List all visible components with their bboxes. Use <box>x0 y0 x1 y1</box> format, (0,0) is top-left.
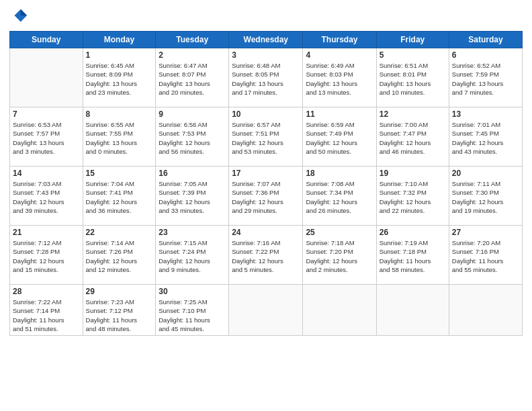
day-info: Sunrise: 6:45 AM Sunset: 8:09 PM Dayligh… <box>86 61 153 97</box>
day-number: 2 <box>159 50 226 60</box>
calendar-cell: 15Sunrise: 7:04 AM Sunset: 7:41 PM Dayli… <box>83 167 156 226</box>
day-number: 11 <box>306 109 373 119</box>
day-info: Sunrise: 6:51 AM Sunset: 8:01 PM Dayligh… <box>380 61 446 97</box>
day-info: Sunrise: 6:55 AM Sunset: 7:55 PM Dayligh… <box>86 120 153 156</box>
week-row-1: 7Sunrise: 6:53 AM Sunset: 7:57 PM Daylig… <box>10 107 523 167</box>
day-number: 22 <box>86 228 153 237</box>
day-info: Sunrise: 6:47 AM Sunset: 8:07 PM Dayligh… <box>159 61 226 97</box>
calendar-cell: 5Sunrise: 6:51 AM Sunset: 8:01 PM Daylig… <box>376 48 449 107</box>
calendar-cell: 28Sunrise: 7:22 AM Sunset: 7:14 PM Dayli… <box>10 285 83 336</box>
calendar-cell: 3Sunrise: 6:48 AM Sunset: 8:05 PM Daylig… <box>229 48 303 107</box>
day-number: 27 <box>452 228 519 237</box>
calendar-cell: 20Sunrise: 7:11 AM Sunset: 7:30 PM Dayli… <box>449 167 522 226</box>
day-info: Sunrise: 7:14 AM Sunset: 7:26 PM Dayligh… <box>86 238 153 274</box>
day-header-monday: Monday <box>83 32 156 48</box>
day-number: 13 <box>452 109 519 119</box>
calendar-cell: 4Sunrise: 6:49 AM Sunset: 8:03 PM Daylig… <box>303 48 376 107</box>
header-row: SundayMondayTuesdayWednesdayThursdayFrid… <box>10 32 523 48</box>
calendar-cell: 27Sunrise: 7:20 AM Sunset: 7:16 PM Dayli… <box>449 226 522 285</box>
week-row-4: 28Sunrise: 7:22 AM Sunset: 7:14 PM Dayli… <box>10 285 523 336</box>
day-info: Sunrise: 7:10 AM Sunset: 7:32 PM Dayligh… <box>380 179 446 215</box>
day-number: 6 <box>452 50 519 60</box>
day-info: Sunrise: 7:04 AM Sunset: 7:41 PM Dayligh… <box>86 179 153 215</box>
calendar-cell: 2Sunrise: 6:47 AM Sunset: 8:07 PM Daylig… <box>156 48 229 107</box>
day-info: Sunrise: 7:23 AM Sunset: 7:12 PM Dayligh… <box>86 298 153 333</box>
calendar-cell: 13Sunrise: 7:01 AM Sunset: 7:45 PM Dayli… <box>449 107 522 167</box>
calendar-cell <box>449 285 522 336</box>
logo-icon <box>9 7 28 26</box>
day-info: Sunrise: 6:57 AM Sunset: 7:51 PM Dayligh… <box>232 120 300 156</box>
day-number: 20 <box>452 169 519 178</box>
calendar-cell: 26Sunrise: 7:19 AM Sunset: 7:18 PM Dayli… <box>376 226 449 285</box>
day-info: Sunrise: 7:19 AM Sunset: 7:18 PM Dayligh… <box>380 238 446 274</box>
calendar-cell: 14Sunrise: 7:03 AM Sunset: 7:43 PM Dayli… <box>10 167 83 226</box>
calendar-cell: 17Sunrise: 7:07 AM Sunset: 7:36 PM Dayli… <box>229 167 303 226</box>
day-header-saturday: Saturday <box>449 32 522 48</box>
week-row-2: 14Sunrise: 7:03 AM Sunset: 7:43 PM Dayli… <box>10 167 523 226</box>
calendar-cell <box>229 285 303 336</box>
day-info: Sunrise: 7:16 AM Sunset: 7:22 PM Dayligh… <box>232 238 300 274</box>
day-number: 16 <box>159 169 226 178</box>
calendar-cell: 29Sunrise: 7:23 AM Sunset: 7:12 PM Dayli… <box>83 285 156 336</box>
day-info: Sunrise: 7:11 AM Sunset: 7:30 PM Dayligh… <box>452 179 519 215</box>
day-number: 23 <box>159 228 226 237</box>
week-row-3: 21Sunrise: 7:12 AM Sunset: 7:28 PM Dayli… <box>10 226 523 285</box>
day-info: Sunrise: 7:22 AM Sunset: 7:14 PM Dayligh… <box>13 298 80 333</box>
day-info: Sunrise: 7:08 AM Sunset: 7:34 PM Dayligh… <box>306 179 373 215</box>
calendar-cell: 10Sunrise: 6:57 AM Sunset: 7:51 PM Dayli… <box>229 107 303 167</box>
day-number: 14 <box>13 169 80 178</box>
calendar-cell <box>376 285 449 336</box>
day-info: Sunrise: 7:12 AM Sunset: 7:28 PM Dayligh… <box>13 238 80 274</box>
day-info: Sunrise: 6:49 AM Sunset: 8:03 PM Dayligh… <box>306 61 373 97</box>
day-number: 8 <box>86 109 153 119</box>
day-number: 3 <box>232 50 300 60</box>
day-number: 12 <box>380 109 446 119</box>
day-header-friday: Friday <box>376 32 449 48</box>
calendar-cell: 23Sunrise: 7:15 AM Sunset: 7:24 PM Dayli… <box>156 226 229 285</box>
calendar-cell <box>303 285 376 336</box>
calendar-cell: 24Sunrise: 7:16 AM Sunset: 7:22 PM Dayli… <box>229 226 303 285</box>
day-info: Sunrise: 7:15 AM Sunset: 7:24 PM Dayligh… <box>159 238 226 274</box>
calendar-cell: 12Sunrise: 7:00 AM Sunset: 7:47 PM Dayli… <box>376 107 449 167</box>
day-number: 5 <box>380 50 446 60</box>
calendar-cell: 21Sunrise: 7:12 AM Sunset: 7:28 PM Dayli… <box>10 226 83 285</box>
day-info: Sunrise: 6:48 AM Sunset: 8:05 PM Dayligh… <box>232 61 300 97</box>
day-info: Sunrise: 7:18 AM Sunset: 7:20 PM Dayligh… <box>306 238 373 274</box>
day-info: Sunrise: 7:01 AM Sunset: 7:45 PM Dayligh… <box>452 120 519 156</box>
week-row-0: 1Sunrise: 6:45 AM Sunset: 8:09 PM Daylig… <box>10 48 523 107</box>
day-info: Sunrise: 6:52 AM Sunset: 7:59 PM Dayligh… <box>452 61 519 97</box>
day-info: Sunrise: 7:00 AM Sunset: 7:47 PM Dayligh… <box>380 120 446 156</box>
day-number: 26 <box>380 228 446 237</box>
day-header-sunday: Sunday <box>10 32 83 48</box>
calendar-cell: 11Sunrise: 6:59 AM Sunset: 7:49 PM Dayli… <box>303 107 376 167</box>
calendar-cell <box>10 48 83 107</box>
day-info: Sunrise: 6:56 AM Sunset: 7:53 PM Dayligh… <box>159 120 226 156</box>
calendar-cell: 18Sunrise: 7:08 AM Sunset: 7:34 PM Dayli… <box>303 167 376 226</box>
calendar-cell: 9Sunrise: 6:56 AM Sunset: 7:53 PM Daylig… <box>156 107 229 167</box>
calendar-cell: 25Sunrise: 7:18 AM Sunset: 7:20 PM Dayli… <box>303 226 376 285</box>
day-header-thursday: Thursday <box>303 32 376 48</box>
calendar-cell: 30Sunrise: 7:25 AM Sunset: 7:10 PM Dayli… <box>156 285 229 336</box>
header <box>9 7 523 26</box>
day-number: 17 <box>232 169 300 178</box>
day-number: 30 <box>159 287 226 296</box>
day-info: Sunrise: 7:05 AM Sunset: 7:39 PM Dayligh… <box>159 179 226 215</box>
day-info: Sunrise: 6:59 AM Sunset: 7:49 PM Dayligh… <box>306 120 373 156</box>
day-number: 4 <box>306 50 373 60</box>
day-info: Sunrise: 7:20 AM Sunset: 7:16 PM Dayligh… <box>452 238 519 274</box>
day-info: Sunrise: 7:07 AM Sunset: 7:36 PM Dayligh… <box>232 179 300 215</box>
day-number: 21 <box>13 228 80 237</box>
day-number: 15 <box>86 169 153 178</box>
day-header-tuesday: Tuesday <box>156 32 229 48</box>
calendar-cell: 22Sunrise: 7:14 AM Sunset: 7:26 PM Dayli… <box>83 226 156 285</box>
calendar-table: SundayMondayTuesdayWednesdayThursdayFrid… <box>9 31 523 336</box>
calendar-cell: 8Sunrise: 6:55 AM Sunset: 7:55 PM Daylig… <box>83 107 156 167</box>
day-info: Sunrise: 7:03 AM Sunset: 7:43 PM Dayligh… <box>13 179 80 215</box>
page: SundayMondayTuesdayWednesdayThursdayFrid… <box>0 0 532 411</box>
day-number: 24 <box>232 228 300 237</box>
calendar-cell: 16Sunrise: 7:05 AM Sunset: 7:39 PM Dayli… <box>156 167 229 226</box>
day-info: Sunrise: 6:53 AM Sunset: 7:57 PM Dayligh… <box>13 120 80 156</box>
day-number: 29 <box>86 287 153 296</box>
day-number: 28 <box>13 287 80 296</box>
day-number: 7 <box>13 109 80 119</box>
